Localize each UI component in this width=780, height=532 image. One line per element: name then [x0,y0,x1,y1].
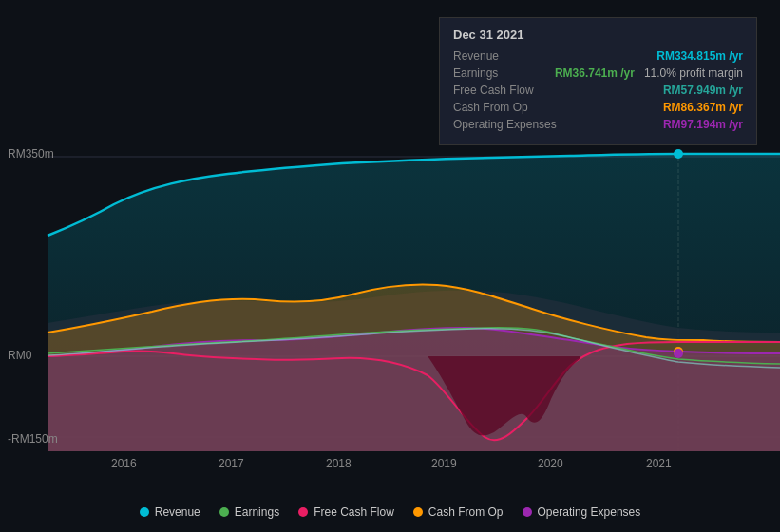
tooltip-row-revenue: Revenue RM334.815m /yr [453,49,743,63]
legend-dot-earnings [219,507,229,517]
legend-dot-revenue [140,507,149,517]
legend-item-cfo[interactable]: Cash From Op [413,505,504,519]
legend-dot-fcf [298,507,308,517]
legend-label-earnings: Earnings [235,505,279,519]
chart-container: RM350m RM0 -RM150m 2016 2017 2018 2019 2… [0,0,780,532]
legend-label-opex: Operating Expenses [538,505,641,519]
x-label-2017: 2017 [219,457,244,470]
tooltip-value-opex: RM97.194m /yr [663,118,743,131]
legend: Revenue Earnings Free Cash Flow Cash Fro… [0,505,780,519]
tooltip-label-fcf: Free Cash Flow [453,84,534,97]
tooltip-value-revenue: RM334.815m /yr [656,49,743,63]
tooltip-label-cfo: Cash From Op [453,101,528,114]
legend-dot-cfo [413,507,423,517]
profit-margin: 11.0% profit margin [644,66,743,80]
tooltip-row-opex: Operating Expenses RM97.194m /yr [453,118,743,131]
tooltip-date: Dec 31 2021 [453,28,743,42]
legend-dot-opex [523,507,532,517]
legend-item-fcf[interactable]: Free Cash Flow [298,505,394,519]
y-label-0: RM0 [8,349,31,362]
legend-label-revenue: Revenue [155,505,200,519]
svg-point-5 [674,149,683,159]
tooltip-label-revenue: Revenue [453,49,499,63]
legend-label-cfo: Cash From Op [428,505,504,519]
tooltip-row-fcf: Free Cash Flow RM57.949m /yr [453,84,743,97]
legend-item-opex[interactable]: Operating Expenses [523,505,641,519]
x-label-2016: 2016 [111,457,137,470]
legend-item-revenue[interactable]: Revenue [140,505,200,519]
y-label-350: RM350m [8,147,54,161]
tooltip-label-opex: Operating Expenses [453,118,557,131]
tooltip-value-fcf: RM57.949m /yr [663,84,743,97]
tooltip-value-cfo: RM86.367m /yr [663,101,743,114]
x-label-2019: 2019 [431,457,457,470]
x-label-2021: 2021 [646,457,672,470]
x-label-2020: 2020 [538,457,563,470]
legend-item-earnings[interactable]: Earnings [219,505,279,519]
tooltip-row-cfo: Cash From Op RM86.367m /yr [453,101,743,114]
y-label-neg150: -RM150m [8,432,58,446]
tooltip-label-earnings: Earnings [453,66,498,80]
svg-point-7 [674,349,683,358]
legend-label-fcf: Free Cash Flow [314,505,394,519]
x-label-2018: 2018 [326,457,352,470]
tooltip-box: Dec 31 2021 Revenue RM334.815m /yr Earni… [439,17,757,145]
tooltip-row-earnings: Earnings RM36.741m /yr 11.0% profit marg… [453,66,743,80]
tooltip-value-earnings: RM36.741m /yr [555,66,635,80]
